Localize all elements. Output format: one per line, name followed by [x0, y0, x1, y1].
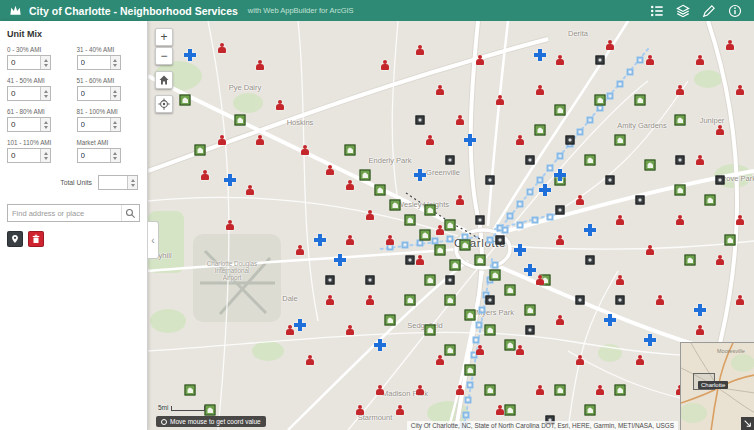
- marker-red[interactable]: [606, 40, 614, 50]
- marker-dark[interactable]: [446, 276, 455, 285]
- marker-cross[interactable]: [524, 264, 536, 276]
- spinner-arrows[interactable]: [110, 87, 120, 100]
- marker-red[interactable]: [536, 385, 544, 395]
- marker-red[interactable]: [556, 315, 564, 325]
- marker-red[interactable]: [576, 355, 584, 365]
- marker-green[interactable]: [235, 115, 246, 126]
- marker-green[interactable]: [685, 255, 696, 266]
- marker-rail[interactable]: [447, 236, 454, 243]
- marker-cross[interactable]: [604, 314, 616, 326]
- marker-red[interactable]: [366, 295, 374, 305]
- marker-dark[interactable]: [416, 116, 425, 125]
- draw-point-button[interactable]: [7, 231, 23, 247]
- layers-button[interactable]: [675, 3, 690, 18]
- marker-green[interactable]: [465, 310, 476, 321]
- marker-cross[interactable]: [294, 319, 306, 331]
- spinner-arrows[interactable]: [110, 149, 120, 162]
- marker-red[interactable]: [256, 135, 264, 145]
- marker-green[interactable]: [185, 385, 196, 396]
- marker-dark[interactable]: [576, 296, 585, 305]
- marker-red[interactable]: [696, 155, 704, 165]
- marker-red[interactable]: [646, 245, 654, 255]
- marker-dark[interactable]: [486, 176, 495, 185]
- marker-red[interactable]: [456, 195, 464, 205]
- marker-red[interactable]: [306, 355, 314, 365]
- marker-red[interactable]: [416, 385, 424, 395]
- marker-green[interactable]: [675, 115, 686, 126]
- marker-green[interactable]: [435, 245, 446, 256]
- marker-rail[interactable]: [476, 322, 483, 329]
- field-input[interactable]: [78, 87, 110, 100]
- marker-dark[interactable]: [526, 156, 535, 165]
- marker-rail[interactable]: [417, 240, 424, 247]
- marker-green[interactable]: [675, 185, 686, 196]
- marker-dark[interactable]: [616, 296, 625, 305]
- total-units-input[interactable]: [99, 176, 127, 189]
- marker-red[interactable]: [366, 210, 374, 220]
- marker-green[interactable]: [595, 95, 606, 106]
- marker-red[interactable]: [496, 405, 504, 415]
- marker-green[interactable]: [390, 200, 401, 211]
- marker-red[interactable]: [376, 385, 384, 395]
- marker-green[interactable]: [535, 125, 546, 136]
- spinner-arrows[interactable]: [127, 176, 137, 189]
- marker-rail[interactable]: [537, 177, 544, 184]
- marker-cross[interactable]: [334, 254, 346, 266]
- marker-green[interactable]: [705, 195, 716, 206]
- marker-rail[interactable]: [507, 213, 514, 220]
- marker-cross[interactable]: [184, 49, 196, 61]
- marker-green[interactable]: [635, 95, 646, 106]
- marker-green[interactable]: [555, 385, 566, 396]
- overview-toggle-button[interactable]: [741, 417, 754, 430]
- marker-red[interactable]: [416, 255, 424, 265]
- field-input[interactable]: [8, 56, 40, 69]
- spinner-arrows[interactable]: [40, 87, 50, 100]
- field-input[interactable]: [78, 118, 110, 131]
- marker-green[interactable]: [420, 230, 431, 241]
- marker-dark[interactable]: [586, 256, 595, 265]
- marker-green[interactable]: [615, 385, 626, 396]
- marker-red[interactable]: [218, 135, 226, 145]
- marker-red[interactable]: [346, 180, 354, 190]
- spinner-arrows[interactable]: [40, 56, 50, 69]
- marker-red[interactable]: [646, 55, 654, 65]
- marker-red[interactable]: [596, 385, 604, 395]
- marker-green[interactable]: [180, 95, 191, 106]
- marker-cross[interactable]: [534, 49, 546, 61]
- marker-green[interactable]: [485, 385, 496, 396]
- marker-cross[interactable]: [539, 184, 551, 196]
- marker-red[interactable]: [676, 85, 684, 95]
- marker-red[interactable]: [256, 60, 264, 70]
- marker-red[interactable]: [201, 170, 209, 180]
- marker-green[interactable]: [425, 205, 436, 216]
- marker-green[interactable]: [585, 155, 596, 166]
- panel-collapse-button[interactable]: ‹: [148, 221, 159, 259]
- marker-red[interactable]: [436, 225, 444, 235]
- marker-green[interactable]: [490, 270, 501, 281]
- info-button[interactable]: [727, 3, 742, 18]
- marker-green[interactable]: [645, 160, 656, 171]
- marker-green[interactable]: [485, 325, 496, 336]
- marker-rail[interactable]: [432, 238, 439, 245]
- marker-red[interactable]: [696, 325, 704, 335]
- marker-rail[interactable]: [532, 217, 539, 224]
- marker-dark[interactable]: [366, 276, 375, 285]
- marker-rail[interactable]: [607, 93, 614, 100]
- marker-red[interactable]: [326, 295, 334, 305]
- marker-green[interactable]: [405, 295, 416, 306]
- marker-rail[interactable]: [547, 165, 554, 172]
- marker-green[interactable]: [465, 365, 476, 376]
- marker-rail[interactable]: [557, 153, 564, 160]
- marker-rail[interactable]: [502, 227, 509, 234]
- marker-cross[interactable]: [414, 169, 426, 181]
- marker-green[interactable]: [445, 295, 456, 306]
- marker-red[interactable]: [276, 100, 284, 110]
- marker-green[interactable]: [425, 325, 436, 336]
- marker-rail[interactable]: [637, 57, 644, 64]
- marker-green[interactable]: [405, 215, 416, 226]
- marker-rail[interactable]: [597, 105, 604, 112]
- marker-rail[interactable]: [463, 412, 470, 419]
- marker-rail[interactable]: [402, 242, 409, 249]
- marker-red[interactable]: [556, 235, 564, 245]
- marker-dark[interactable]: [446, 156, 455, 165]
